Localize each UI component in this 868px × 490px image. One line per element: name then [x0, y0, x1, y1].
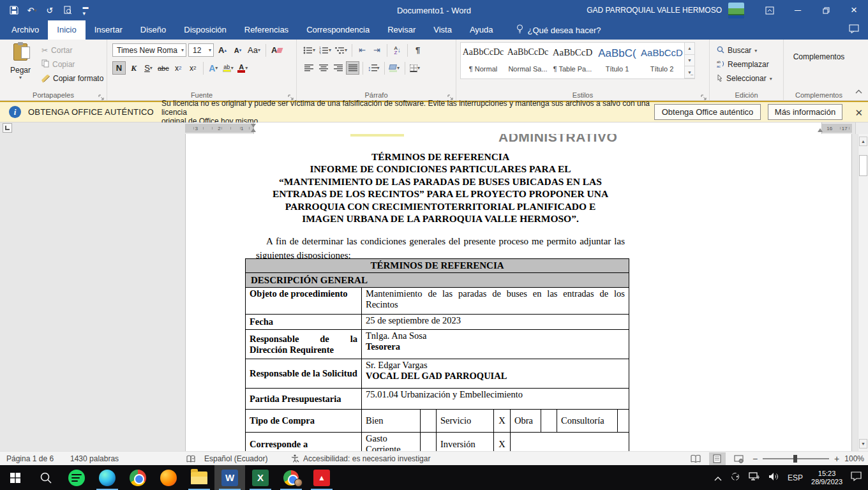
- replace-button[interactable]: abacReemplazar: [715, 57, 774, 71]
- find-button[interactable]: Buscar▾: [715, 43, 774, 57]
- spotify-icon[interactable]: [61, 465, 92, 490]
- read-mode-icon[interactable]: [687, 452, 704, 465]
- page-indicator[interactable]: Página 1 de 6: [6, 452, 54, 466]
- zoom-slider[interactable]: [763, 458, 829, 459]
- collapse-ribbon-button[interactable]: [855, 85, 862, 96]
- strikethrough-button[interactable]: abc: [156, 61, 170, 75]
- styles-dialog-launcher[interactable]: [701, 91, 707, 98]
- multilevel-list-button[interactable]: ▾: [334, 43, 348, 57]
- tab-ayuda[interactable]: Ayuda: [461, 20, 502, 40]
- tab-referencias[interactable]: Referencias: [236, 20, 297, 40]
- zoom-slider-thumb[interactable]: [793, 455, 797, 463]
- language-indicator[interactable]: Español (Ecuador): [204, 452, 267, 466]
- decrease-indent-button[interactable]: ⇤: [355, 43, 369, 57]
- font-size-select[interactable]: 12▾: [188, 43, 214, 57]
- align-right-button[interactable]: [331, 61, 345, 75]
- account-name[interactable]: GAD PARROQUIAL VALLE HERMOSO: [587, 6, 722, 15]
- select-button[interactable]: Seleccionar▾: [715, 71, 774, 85]
- zoom-level[interactable]: 100%: [844, 454, 864, 463]
- scroll-down-icon[interactable]: ▼: [859, 439, 867, 449]
- taskbar-search-icon[interactable]: [31, 465, 61, 490]
- chrome-icon[interactable]: [123, 465, 153, 490]
- hanging-indent-marker[interactable]: [251, 128, 256, 132]
- scroll-up-icon[interactable]: ▲: [859, 137, 867, 146]
- styles-scroll-down[interactable]: ▼: [685, 55, 694, 67]
- subscript-button[interactable]: x2: [172, 61, 185, 75]
- style-table-pa[interactable]: AaBbCcD¶ Table Pa...: [550, 44, 595, 77]
- paste-button[interactable]: Pegar▾: [5, 43, 36, 80]
- document-page[interactable]: ADMINISTRATIVO TÉRMINOS DE REFERENCIA IN…: [185, 134, 852, 451]
- tab-archivo[interactable]: Archivo: [3, 20, 48, 40]
- style-normal-sa[interactable]: AaBbCcDcNormal Sa...: [505, 44, 550, 77]
- print-preview-icon[interactable]: [60, 3, 75, 18]
- text-effects-button[interactable]: A▾: [207, 61, 220, 75]
- word-count[interactable]: 1430 palabras: [70, 452, 119, 466]
- ribbon-display-options-icon[interactable]: [756, 0, 784, 20]
- get-office-button[interactable]: Obtenga Office auténtico: [654, 104, 761, 120]
- acrobat-icon[interactable]: ▲: [306, 465, 337, 490]
- tab-revisar[interactable]: Revisar: [378, 20, 424, 40]
- clock[interactable]: 15:23 28/9/2023: [811, 470, 842, 486]
- banner-close-icon[interactable]: ✕: [855, 107, 863, 119]
- undo-icon[interactable]: ↶▾: [24, 3, 40, 18]
- account-avatar[interactable]: [728, 3, 744, 19]
- zoom-out-button[interactable]: −: [752, 454, 758, 464]
- clipboard-dialog-launcher[interactable]: [98, 91, 105, 98]
- edge-icon[interactable]: [92, 465, 123, 490]
- tab-disposicion[interactable]: Disposición: [175, 20, 235, 40]
- feedback-icon[interactable]: [849, 24, 859, 36]
- style-titulo-1[interactable]: AaBbC(Título 1: [595, 44, 640, 77]
- style-normal[interactable]: AaBbCcDc¶ Normal: [461, 44, 505, 77]
- scroll-thumb[interactable]: [859, 155, 867, 176]
- increase-indent-button[interactable]: ⇥: [370, 43, 384, 57]
- accessibility-status[interactable]: Accesibilidad: es necesario investigar: [290, 452, 430, 466]
- start-button[interactable]: [0, 465, 31, 490]
- tab-stop-selector[interactable]: [3, 123, 12, 133]
- web-layout-icon[interactable]: [731, 452, 747, 465]
- change-case-button[interactable]: Aa▾: [246, 43, 262, 57]
- numbering-button[interactable]: 123▾: [318, 43, 333, 57]
- pilcrow-button[interactable]: ¶: [411, 43, 424, 57]
- tray-expand-icon[interactable]: [714, 472, 722, 484]
- proofing-icon[interactable]: [186, 452, 196, 466]
- bullets-button[interactable]: ▾: [302, 43, 317, 57]
- styles-scroll-up[interactable]: ▲: [685, 43, 694, 55]
- line-spacing-button[interactable]: ↕▾: [366, 61, 381, 75]
- font-family-select[interactable]: Times New Roma▾: [112, 43, 186, 57]
- more-info-button[interactable]: Más información: [768, 104, 842, 120]
- quick-access-customize-icon[interactable]: ▬▾: [78, 3, 93, 18]
- first-line-indent-marker[interactable]: [251, 124, 256, 128]
- format-painter-button[interactable]: Copiar formato: [40, 71, 105, 85]
- save-icon[interactable]: [6, 3, 22, 18]
- shading-button[interactable]: ▾: [388, 61, 401, 75]
- zoom-in-button[interactable]: +: [834, 454, 839, 464]
- align-left-button[interactable]: [302, 61, 315, 75]
- tray-app-icon[interactable]: [730, 471, 740, 484]
- redo-icon[interactable]: ↺: [42, 3, 57, 18]
- file-explorer-icon[interactable]: [184, 465, 214, 490]
- borders-button[interactable]: ▾: [408, 61, 422, 75]
- paragraph-dialog-launcher[interactable]: [447, 91, 454, 98]
- justify-button[interactable]: [346, 61, 359, 75]
- word-icon[interactable]: W: [214, 465, 245, 490]
- font-color-button[interactable]: A▾: [236, 61, 250, 75]
- bold-button[interactable]: N: [112, 61, 126, 75]
- addins-button[interactable]: Complementos: [784, 47, 854, 61]
- styles-gallery-more[interactable]: ▼̲: [685, 66, 694, 78]
- restore-button[interactable]: [812, 0, 840, 20]
- tab-diseno[interactable]: Diseño: [131, 20, 175, 40]
- underline-button[interactable]: S▾: [142, 61, 155, 75]
- shrink-font-button[interactable]: A▾: [231, 43, 244, 57]
- vertical-scrollbar[interactable]: ▲ ▼: [858, 134, 868, 451]
- firefox-icon[interactable]: [153, 465, 184, 490]
- close-button[interactable]: ×: [840, 0, 868, 20]
- print-layout-icon[interactable]: [709, 452, 726, 465]
- tab-inicio[interactable]: Inicio: [48, 20, 85, 40]
- align-center-button[interactable]: [317, 61, 330, 75]
- clear-formatting-button[interactable]: A: [270, 43, 283, 57]
- style-titulo-2[interactable]: AaBbCcDTítulo 2: [640, 44, 684, 77]
- tab-correspondencia[interactable]: Correspondencia: [297, 20, 378, 40]
- action-center-icon[interactable]: [851, 471, 862, 484]
- volume-icon[interactable]: [768, 472, 779, 484]
- tab-insertar[interactable]: Insertar: [86, 20, 131, 40]
